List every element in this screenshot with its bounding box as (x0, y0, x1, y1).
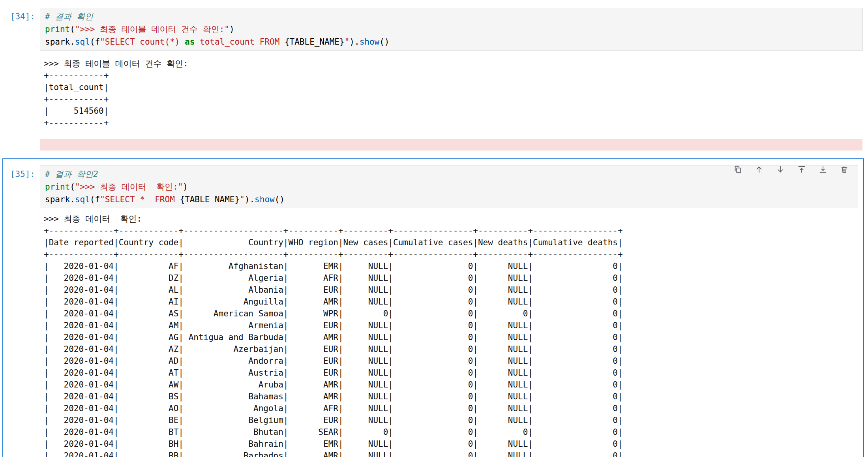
code-token: ) (245, 195, 250, 204)
code-token: as (185, 37, 195, 47)
code-token: ( (90, 195, 95, 204)
code-token: sql (75, 37, 90, 47)
code-cell-35-selected[interactable]: [35]: # 결과 확인2print(">>> 최종 데이터 확인:")spa… (2, 158, 864, 457)
output-line: | 514560| (44, 105, 862, 117)
output-line: | 2020-01-04| AT| Austria| EUR| NULL| 0|… (44, 367, 858, 379)
output-line: | 2020-01-04| BH| Bahrain| EMR| NULL| 0|… (44, 438, 858, 450)
code-cell-34[interactable]: [34]: # 결과 확인print(">>> 최종 테이블 데이터 건수 확인… (0, 0, 868, 150)
code-token: f (95, 195, 100, 204)
delete-cell-button[interactable] (840, 165, 849, 174)
notebook: [34]: # 결과 확인print(">>> 최종 테이블 데이터 건수 확인… (0, 0, 868, 457)
code-editor[interactable]: # 결과 확인print(">>> 최종 테이블 데이터 건수 확인:")spa… (40, 8, 863, 51)
output-line: | 2020-01-04| BS| Bahamas| AMR| NULL| 0|… (44, 391, 858, 402)
code-token: ) (229, 24, 234, 34)
output-line: >>> 최종 테이블 데이터 건수 확인: (44, 58, 862, 70)
output-line: | 2020-01-04| AM| Armenia| EUR| NULL| 0|… (44, 320, 858, 331)
output-line: | 2020-01-04| AZ| Azerbaijan| EUR| NULL|… (44, 343, 858, 355)
code-token: ) (183, 182, 188, 192)
code-token: " (240, 195, 245, 204)
output-line: | 2020-01-04| BT| Bhutan| SEAR| 0| 0| 0|… (44, 426, 858, 438)
code-token: total_count FROM (195, 37, 285, 47)
code-line: spark.sql(f"SELECT count(*) as total_cou… (45, 36, 858, 48)
output-line: | 2020-01-04| AS| American Samoa| WPR| 0… (44, 308, 858, 320)
code-token: ">>> 최종 테이블 데이터 건수 확인:" (75, 24, 229, 34)
output-line: +-----------+ (44, 117, 862, 129)
execution-count-35: [35]: (3, 165, 40, 181)
code-token: " (345, 37, 350, 47)
code-token: . (249, 195, 255, 204)
code-token: print (45, 24, 70, 34)
output-line (40, 139, 862, 150)
output-line: |total_count| (44, 81, 862, 93)
code-token: show (360, 37, 380, 47)
move-cell-down-button[interactable] (776, 165, 785, 174)
code-token: "SELECT * FROM (100, 195, 180, 204)
duplicate-cell-icon (733, 165, 742, 174)
code-line: # 결과 확인 (45, 10, 858, 23)
code-token: # 결과 확인 (45, 12, 93, 21)
stderr-output (40, 139, 862, 150)
output-line: | 2020-01-04| AO| Angola| AFR| NULL| 0| … (44, 402, 858, 414)
output-line: +-----------+ (44, 93, 862, 105)
output-line: >>> 최종 데이터 확인: (44, 213, 858, 225)
output-line: | 2020-01-04| BE| Belgium| EUR| NULL| 0|… (44, 414, 858, 426)
duplicate-cell-button[interactable] (733, 165, 742, 174)
output-line: | 2020-01-04| AW| Aruba| AMR| NULL| 0| N… (44, 379, 858, 391)
code-token: ) (349, 37, 354, 47)
cell-outputs: >>> 최종 데이터 확인:+-------------+-----------… (40, 213, 858, 457)
cell-input-area: [34]: # 결과 확인print(">>> 최종 테이블 데이터 건수 확인… (0, 8, 868, 51)
code-token: . (70, 37, 75, 47)
code-token: () (379, 37, 389, 47)
output-line: +-----------+ (44, 70, 862, 81)
insert-cell-above-button[interactable] (797, 165, 806, 174)
code-line: print(">>> 최종 테이블 데이터 건수 확인:") (45, 23, 858, 36)
output-line: | 2020-01-04| AI| Anguilla| AMR| NULL| 0… (44, 296, 858, 308)
code-token: ( (90, 37, 95, 47)
insert-cell-above-icon (797, 165, 806, 174)
code-token: () (275, 195, 285, 204)
cell-toolbar (733, 165, 849, 174)
code-token: ( (70, 24, 75, 34)
insert-cell-below-icon (819, 165, 827, 174)
move-cell-up-icon (755, 165, 763, 174)
output-line: | 2020-01-04| AL| Albania| EUR| NULL| 0|… (44, 284, 858, 296)
code-token: {TABLE_NAME} (285, 37, 345, 47)
code-line: print(">>> 최종 데이터 확인:") (45, 181, 853, 193)
output-line: | 2020-01-04| BB| Barbados| AMR| NULL| 0… (44, 450, 858, 457)
code-token: {TABLE_NAME} (180, 195, 240, 204)
output-line: | 2020-01-04| AF| Afghanistan| EMR| NULL… (44, 260, 858, 272)
output-line: +-------------+------------+------------… (44, 248, 858, 260)
execution-count-34: [34]: (0, 8, 40, 23)
stream-output: >>> 최종 데이터 확인:+-------------+-----------… (40, 213, 858, 457)
output-line: +-------------+------------+------------… (44, 225, 858, 237)
delete-cell-icon (840, 165, 849, 174)
code-token: # 결과 확인2 (45, 169, 98, 179)
code-token: print (45, 182, 70, 192)
code-token: . (354, 37, 360, 47)
code-line: # 결과 확인2 (45, 168, 853, 181)
code-token: spark (45, 37, 70, 47)
code-token: ">>> 최종 데이터 확인:" (75, 182, 183, 192)
output-line: |Date_reported|Country_code| Country|WHO… (44, 237, 858, 248)
stream-output: >>> 최종 테이블 데이터 건수 확인:+-----------+|total… (40, 58, 862, 129)
code-token: "SELECT count(*) (100, 37, 185, 47)
insert-cell-below-button[interactable] (818, 165, 828, 174)
cell-outputs: >>> 최종 테이블 데이터 건수 확인:+-----------+|total… (40, 58, 862, 150)
code-token: . (70, 195, 75, 204)
move-cell-down-icon (776, 165, 785, 174)
output-line: | 2020-01-04| DZ| Algeria| AFR| NULL| 0|… (44, 272, 858, 284)
code-token: sql (75, 195, 90, 204)
output-line: | 2020-01-04| AG| Antigua and Barbuda| A… (44, 331, 858, 343)
code-token: show (255, 195, 275, 204)
move-cell-up-button[interactable] (754, 165, 764, 174)
code-token: ( (70, 182, 75, 192)
code-token: f (95, 37, 100, 47)
code-line: spark.sql(f"SELECT * FROM {TABLE_NAME}")… (45, 193, 853, 206)
output-line: | 2020-01-04| AD| Andorra| EUR| NULL| 0|… (44, 355, 858, 367)
code-token: spark (45, 195, 70, 204)
